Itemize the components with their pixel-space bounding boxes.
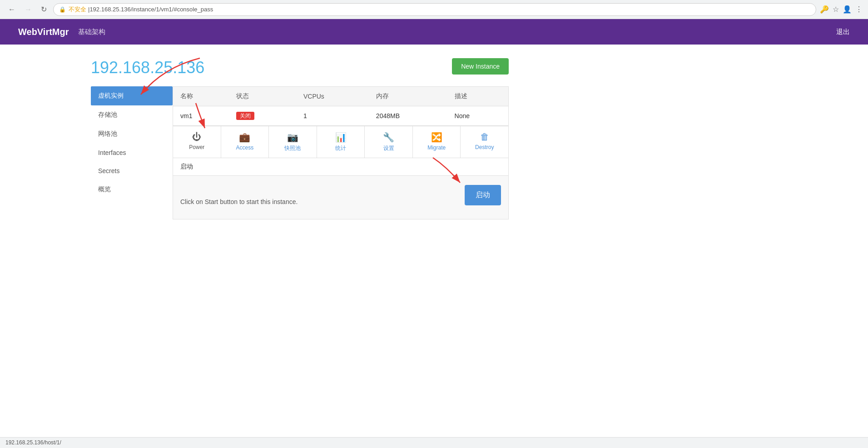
tab-snapshot[interactable]: 📷 快照池	[269, 126, 317, 158]
tab-snapshot-label: 快照池	[284, 144, 301, 152]
tab-settings[interactable]: 🔧 设置	[365, 126, 413, 158]
menu-icon[interactable]: ⋮	[855, 5, 863, 14]
reload-button[interactable]: ↻	[38, 4, 50, 15]
vm-table: 名称 状态 VCPUs 内存 描述 vm1	[173, 87, 508, 126]
tab-destroy[interactable]: 🗑 Destroy	[461, 126, 508, 158]
server-ip: 192.168.25.136	[91, 58, 204, 77]
tab-destroy-label: Destroy	[475, 144, 494, 150]
account-icon[interactable]: 👤	[843, 5, 852, 14]
tab-settings-label: 设置	[383, 144, 394, 152]
forward-button[interactable]: →	[22, 5, 35, 15]
nav-left: WebVirtMgr 基础架构	[18, 27, 105, 37]
logout-button[interactable]: 退出	[836, 28, 850, 36]
brand-logo[interactable]: WebVirtMgr	[18, 27, 69, 37]
table-header: 名称 状态 VCPUs 内存 描述	[173, 87, 508, 106]
sidebar-item-overview[interactable]: 概览	[91, 180, 173, 199]
back-button[interactable]: ←	[5, 5, 18, 15]
col-description: 描述	[447, 87, 508, 106]
tab-access[interactable]: 💼 Access	[221, 126, 269, 158]
tab-stats[interactable]: 📊 统计	[317, 126, 365, 158]
sidebar-item-interfaces[interactable]: Interfaces	[91, 144, 173, 162]
key-icon: 🔑	[820, 5, 829, 14]
cell-status: 关闭	[229, 106, 296, 126]
start-btn-container: 启动	[465, 185, 501, 205]
main-content: 192.168.25.136 New Instance 虚机实例	[82, 58, 518, 219]
url-text: 192.168.25.136/instance/1/vm1/#console_p…	[89, 6, 213, 13]
cell-vcpus: 1	[296, 106, 369, 126]
browser-chrome: ← → ↻ 🔒 不安全 | 192.168.25.136/instance/1/…	[0, 0, 868, 19]
start-button[interactable]: 启动	[465, 185, 501, 205]
top-nav: WebVirtMgr 基础架构 退出	[0, 19, 868, 45]
settings-icon: 🔧	[383, 132, 394, 143]
access-icon: 💼	[239, 132, 250, 143]
table-area: 名称 状态 VCPUs 内存 描述 vm1	[173, 86, 509, 219]
tab-access-label: Access	[236, 144, 254, 151]
destroy-icon: 🗑	[480, 132, 489, 142]
tab-power[interactable]: ⏻ Power	[173, 126, 221, 158]
insecure-label: 不安全	[69, 5, 86, 14]
table-row[interactable]: vm1 关闭 1 2048MB None	[173, 106, 508, 126]
migrate-icon: 🔀	[431, 132, 442, 143]
sidebar-item-network-pool[interactable]: 网络池	[91, 124, 173, 144]
sidebar: 虚机实例 存储池 网络池 Interfaces Secrets 概览	[91, 86, 173, 219]
power-panel-message: Click on Start button to start this inst…	[180, 198, 298, 205]
tab-power-label: Power	[189, 144, 204, 150]
sidebar-item-storage-pool[interactable]: 存储池	[91, 105, 173, 124]
col-vcpus: VCPUs	[296, 87, 369, 106]
new-instance-button[interactable]: New Instance	[452, 58, 509, 75]
cell-memory: 2048MB	[369, 106, 447, 126]
table-body: vm1 关闭 1 2048MB None	[173, 106, 508, 126]
col-status: 状态	[229, 87, 296, 106]
power-panel-header: 启动	[173, 158, 508, 176]
col-name: 名称	[173, 87, 229, 106]
col-memory: 内存	[369, 87, 447, 106]
infra-link[interactable]: 基础架构	[78, 28, 105, 36]
page-header: 192.168.25.136 New Instance	[91, 58, 509, 77]
action-tabs-container: ⏻ Power 💼 Access 📷 快照池 📊	[173, 126, 508, 158]
address-bar[interactable]: 🔒 不安全 | 192.168.25.136/instance/1/vm1/#c…	[53, 3, 816, 16]
ip-container: 192.168.25.136	[91, 58, 204, 77]
browser-actions: 🔑 ☆ 👤 ⋮	[820, 5, 863, 14]
power-panel: 启动 Click on Start button to start this i…	[173, 158, 508, 219]
cell-name: vm1	[173, 106, 229, 126]
main-wrapper: 192.168.25.136 New Instance 虚机实例	[0, 45, 868, 233]
lock-icon: 🔒	[59, 6, 66, 13]
cell-description: None	[447, 106, 508, 126]
sidebar-item-vm-instances[interactable]: 虚机实例	[91, 86, 173, 105]
stats-icon: 📊	[335, 132, 347, 143]
sidebar-item-secrets[interactable]: Secrets	[91, 162, 173, 180]
snapshot-icon: 📷	[287, 132, 298, 143]
power-icon: ⏻	[192, 132, 201, 142]
tab-migrate-label: Migrate	[427, 144, 446, 151]
content-area: 虚机实例 存储池 网络池 Interfaces Secrets 概览	[91, 86, 509, 219]
status-badge: 关闭	[236, 112, 254, 120]
tab-migrate[interactable]: 🔀 Migrate	[413, 126, 461, 158]
tab-stats-label: 统计	[335, 144, 346, 152]
action-tabs: ⏻ Power 💼 Access 📷 快照池 📊	[173, 126, 508, 158]
star-icon[interactable]: ☆	[833, 5, 839, 14]
power-panel-content: Click on Start button to start this inst…	[173, 176, 508, 219]
